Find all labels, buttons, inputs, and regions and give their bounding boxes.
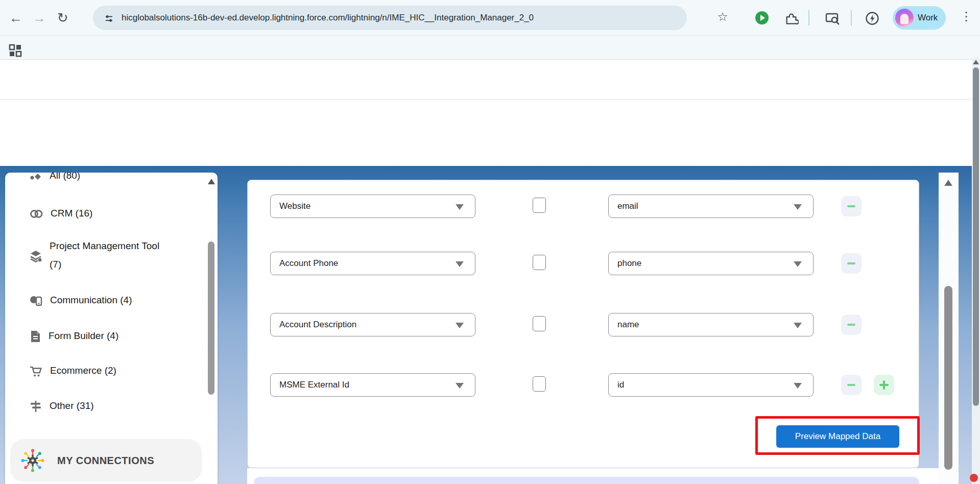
target-field-dropdown[interactable]: id: [608, 373, 814, 397]
browser-menu-icon[interactable]: ⋮: [960, 9, 970, 23]
bookmarks-bar: All Bookmarks: [0, 36, 980, 60]
target-field-dropdown[interactable]: phone: [608, 252, 814, 275]
sidebar-item-ecommerce[interactable]: Ecommerce (2): [5, 361, 209, 380]
recording-indicator-dot: [970, 474, 978, 482]
add-row-button[interactable]: [874, 375, 894, 395]
source-field-value: Website: [279, 201, 310, 211]
source-field-value: MSME External Id: [279, 380, 349, 390]
target-field-value: id: [617, 380, 624, 390]
dropdown-caret-icon: [794, 383, 802, 389]
screen-search-icon[interactable]: [824, 10, 841, 27]
sidebar-item-label: Ecommerce (2): [50, 361, 116, 380]
bookmark-star-icon[interactable]: ☆: [714, 8, 731, 26]
mapping-row: Account Phone phone: [248, 252, 919, 275]
my-connections-footer[interactable]: MY CONNECTIONS: [10, 439, 202, 482]
profile-avatar: [895, 9, 914, 27]
toolbar-separator: [808, 10, 809, 26]
url-input[interactable]: [122, 13, 658, 23]
address-bar[interactable]: [93, 6, 687, 30]
back-icon[interactable]: ←: [7, 9, 25, 27]
apps-grid-icon[interactable]: [8, 43, 22, 58]
sidebar-item-label: Project Management Tool (7): [50, 237, 170, 274]
sidebar-item-label: All (80): [50, 173, 80, 185]
sidebar-item-label: Communication (4): [50, 291, 132, 309]
sidebar-item-label: Other (31): [50, 397, 94, 415]
remove-row-button[interactable]: [841, 375, 862, 395]
sidebar-item-communication[interactable]: Communication (4): [5, 291, 209, 309]
remove-row-button[interactable]: [841, 196, 862, 216]
sidebar-item-project-management[interactable]: Project Management Tool (7): [5, 237, 209, 274]
connections-sidebar: All (80) CRM (16) Project Management Too…: [5, 173, 218, 484]
reload-icon[interactable]: ↻: [54, 9, 71, 27]
browser-scrollbar-thumb[interactable]: [973, 67, 979, 406]
dropdown-caret-icon: [456, 383, 464, 389]
sidebar-item-all[interactable]: All (80): [5, 173, 209, 185]
sidebar-item-label: Form Builder (4): [49, 327, 118, 345]
content-scrollbar-thumb[interactable]: [944, 286, 952, 470]
sidebar-item-crm[interactable]: CRM (16): [5, 204, 209, 223]
sidebar-item-other[interactable]: Other (31): [5, 397, 209, 415]
source-field-dropdown[interactable]: Account Phone: [270, 252, 475, 275]
field-mapping-panel: Website email Account Phone phone: [247, 180, 919, 468]
remove-row-button[interactable]: [841, 253, 862, 274]
preview-mapped-data-button[interactable]: Preview Mapped Data: [776, 425, 899, 448]
next-section-header-strip: [254, 477, 919, 484]
content-scrollbar-track[interactable]: [939, 173, 959, 484]
all-categories-icon: [29, 173, 42, 183]
sidebar-item-form-builder[interactable]: Form Builder (4): [5, 327, 209, 345]
target-field-value: phone: [617, 258, 641, 269]
target-field-value: name: [617, 320, 639, 330]
screen: ← → ↻ ☆ Work ⋮: [0, 0, 980, 484]
target-field-dropdown[interactable]: name: [608, 313, 814, 336]
dropdown-caret-icon: [794, 261, 802, 267]
layers-icon: [29, 249, 42, 262]
mapping-checkbox[interactable]: [533, 376, 546, 392]
salesforce-header: ☆ ▾ ?: [0, 100, 980, 138]
browser-toolbar: ← → ↻ ☆ Work ⋮: [0, 0, 980, 36]
content-scroll-up-arrow[interactable]: [944, 180, 952, 186]
source-field-value: Account Description: [279, 320, 356, 330]
dropdown-caret-icon: [456, 261, 464, 267]
setup-banner-row: </> Developer Edition ▼: [0, 60, 980, 100]
dropdown-caret-icon: [456, 204, 464, 210]
connections-hub-icon: [19, 446, 46, 475]
mapping-checkbox[interactable]: [533, 198, 546, 213]
dropdown-caret-icon: [794, 323, 802, 328]
performance-bolt-icon[interactable]: [864, 10, 880, 27]
browser-scroll-up-arrow[interactable]: [973, 60, 979, 64]
profile-label: Work: [918, 13, 938, 23]
mapping-row: Account Description name: [248, 313, 919, 336]
source-field-value: Account Phone: [279, 258, 338, 269]
dropdown-caret-icon: [794, 204, 802, 210]
remove-row-button[interactable]: [841, 314, 862, 335]
sidebar-item-label: CRM (16): [51, 204, 92, 223]
mapping-checkbox[interactable]: [533, 316, 546, 331]
document-icon: [29, 330, 41, 343]
mapping-row: MSME External Id id: [248, 373, 919, 397]
crm-rings-icon: [29, 207, 43, 221]
source-field-dropdown[interactable]: Account Description: [270, 313, 475, 336]
cart-icon: [29, 365, 43, 378]
sidebar-scroll-up-arrow[interactable]: [208, 179, 215, 184]
source-field-dropdown[interactable]: Website: [270, 195, 475, 218]
mapping-row: Website email: [248, 195, 919, 218]
target-field-value: email: [617, 201, 638, 211]
toolbar-separator-2: [851, 10, 852, 26]
browser-scrollbar-track[interactable]: [972, 57, 980, 484]
source-field-dropdown[interactable]: MSME External Id: [270, 373, 475, 397]
browser-profile-chip[interactable]: Work: [893, 6, 946, 30]
forward-icon[interactable]: →: [31, 9, 48, 27]
app-tab-bar: Multisync Made Easy Error Logs ▾ Integra…: [0, 138, 980, 166]
dropdown-caret-icon: [456, 323, 464, 328]
mapping-checkbox[interactable]: [533, 255, 546, 270]
signpost-icon: [29, 400, 42, 413]
tune-icon[interactable]: [102, 12, 115, 25]
extension-play-icon[interactable]: [755, 11, 769, 25]
sidebar-scrollbar-thumb[interactable]: [208, 241, 214, 395]
my-connections-label: MY CONNECTIONS: [57, 455, 154, 467]
communication-icon: [29, 294, 43, 307]
extensions-puzzle-icon[interactable]: [783, 11, 799, 26]
target-field-dropdown[interactable]: email: [608, 195, 814, 218]
